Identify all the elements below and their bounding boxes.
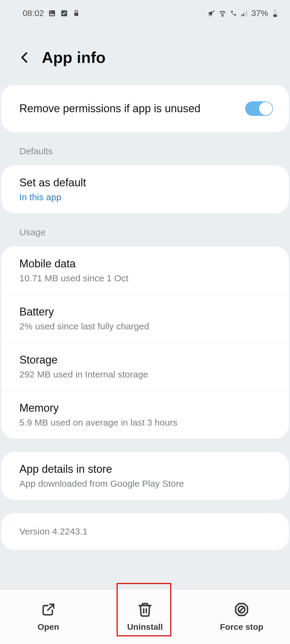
set-as-default-title: Set as default — [19, 176, 271, 189]
trash-icon — [137, 602, 153, 617]
status-right: 37% — [208, 8, 279, 18]
store-card: App details in store App downloaded from… — [1, 452, 289, 500]
store-title: App details in store — [19, 463, 271, 476]
memory-title: Memory — [19, 402, 271, 414]
section-label-usage: Usage — [0, 213, 290, 247]
battery-title: Battery — [19, 306, 271, 318]
svg-line-13 — [48, 604, 54, 610]
set-as-default-subtitle: In this app — [19, 192, 271, 202]
svg-rect-8 — [245, 12, 246, 16]
mobile-data-subtitle: 10.71 MB used since 1 Oct — [19, 273, 271, 283]
row-storage[interactable]: Storage 292 MB used in Internal storage — [1, 343, 289, 391]
battery-percent: 37% — [251, 8, 268, 18]
wifi-icon — [219, 9, 226, 17]
signal-icon — [240, 9, 248, 17]
picture-icon — [48, 9, 56, 17]
svg-point-1 — [50, 11, 51, 12]
svg-line-18 — [239, 607, 244, 612]
row-remove-permissions[interactable]: Remove permissions if app is unused — [1, 85, 289, 132]
mute-icon — [208, 9, 216, 17]
remove-permissions-toggle[interactable] — [245, 101, 273, 116]
battery-icon — [271, 9, 279, 17]
status-left: 08:02 — [23, 8, 80, 18]
row-set-as-default[interactable]: Set as default In this app — [1, 165, 289, 213]
row-memory[interactable]: Memory 5.9 MB used on average in last 3 … — [1, 391, 289, 439]
svg-rect-9 — [246, 11, 247, 16]
uninstall-label: Uninstall — [127, 622, 163, 632]
lock-icon — [72, 9, 80, 17]
force-stop-label: Force stop — [220, 622, 263, 632]
force-stop-button[interactable]: Force stop — [193, 590, 290, 644]
row-mobile-data[interactable]: Mobile data 10.71 MB used since 1 Oct — [1, 247, 289, 295]
status-bar: 08:02 37% — [0, 0, 290, 21]
section-label-defaults: Defaults — [0, 132, 290, 165]
remove-permissions-label: Remove permissions if app is unused — [19, 102, 200, 115]
usage-card: Mobile data 10.71 MB used since 1 Oct Ba… — [1, 247, 289, 439]
battery-subtitle: 2% used since last fully charged — [19, 321, 271, 332]
row-app-details-store[interactable]: App details in store App downloaded from… — [1, 452, 289, 500]
defaults-card: Set as default In this app — [1, 165, 289, 213]
svg-point-5 — [222, 15, 223, 16]
version-text: Version 4.2243.1 — [19, 526, 271, 537]
open-icon — [41, 602, 56, 617]
vowifi-icon — [229, 9, 237, 17]
bottom-bar: Open Uninstall Force stop — [0, 590, 290, 644]
back-button[interactable] — [18, 51, 31, 64]
status-time: 08:02 — [23, 8, 44, 18]
permissions-card: Remove permissions if app is unused — [1, 85, 289, 132]
forbidden-icon — [234, 602, 249, 617]
row-battery[interactable]: Battery 2% used since last fully charged — [1, 295, 289, 343]
storage-title: Storage — [19, 354, 271, 366]
storage-subtitle: 292 MB used in Internal storage — [19, 369, 271, 380]
svg-rect-3 — [74, 13, 78, 16]
svg-rect-7 — [243, 13, 244, 16]
open-button[interactable]: Open — [0, 590, 97, 644]
store-subtitle: App downloaded from Google Play Store — [19, 479, 271, 489]
version-card: Version 4.2243.1 — [1, 513, 289, 550]
memory-subtitle: 5.9 MB used on average in last 3 hours — [19, 417, 271, 428]
check-box-icon — [60, 9, 68, 17]
mobile-data-title: Mobile data — [19, 257, 271, 270]
uninstall-button[interactable]: Uninstall — [97, 590, 193, 644]
svg-rect-10 — [274, 9, 276, 10]
svg-rect-12 — [273, 15, 277, 17]
header: App info — [0, 21, 290, 85]
open-label: Open — [38, 622, 59, 632]
svg-rect-6 — [241, 15, 242, 16]
page-title: App info — [42, 48, 106, 67]
svg-rect-0 — [49, 10, 55, 16]
